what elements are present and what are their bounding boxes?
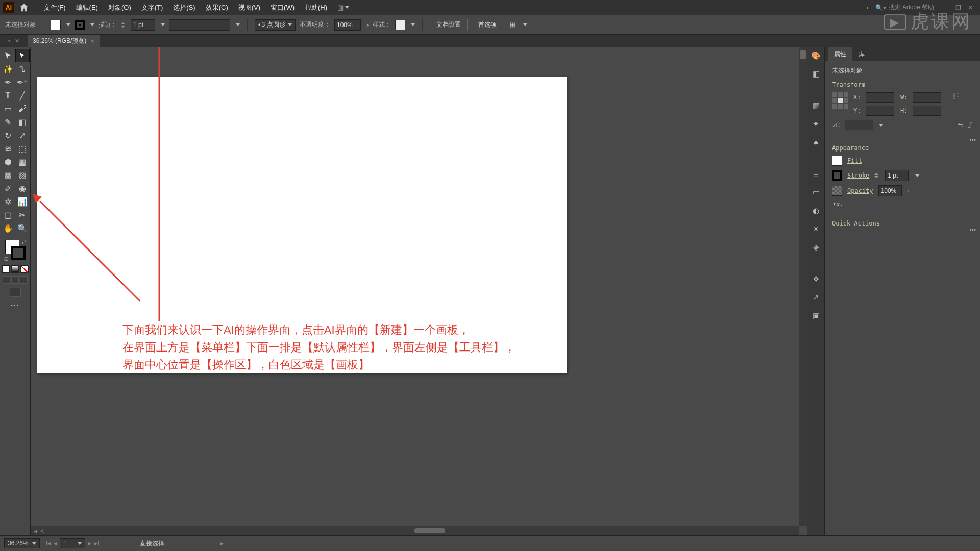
swap-fill-stroke-icon[interactable]: ⇄ — [22, 239, 27, 245]
stroke-weight-field[interactable]: 1 pt — [131, 19, 155, 31]
y-field[interactable] — [866, 106, 894, 116]
fill-label[interactable]: Fill — [847, 157, 862, 164]
stroke-weight-dropdown-icon[interactable] — [161, 23, 165, 26]
zoom-tool[interactable]: 🔍 — [15, 221, 30, 235]
stroke-swatch-panel[interactable] — [832, 170, 842, 181]
scale-tool[interactable]: ⤢ — [15, 129, 30, 142]
menu-type[interactable]: 文字(T) — [136, 1, 168, 14]
canvas-area[interactable]: ➤ 下面我们来认识一下AI的操作界面，点击AI界面的【新建】一个画板， 在界面上… — [31, 47, 807, 535]
eyedropper-tool[interactable]: ✐ — [1, 182, 15, 195]
x-field[interactable] — [866, 92, 894, 103]
menu-help[interactable]: 帮助(H) — [300, 1, 332, 14]
color-panel-icon[interactable]: 🎨 — [811, 50, 822, 61]
symbol-sprayer-tool[interactable]: ✲ — [1, 195, 15, 208]
menu-edit[interactable]: 编辑(E) — [71, 1, 103, 14]
symbols-panel-icon[interactable]: ♣ — [811, 137, 822, 148]
transform-options-icon[interactable]: ••• — [969, 137, 976, 144]
asset-export-panel-icon[interactable]: ↗ — [811, 292, 822, 303]
artboard-tool[interactable]: ▢ — [1, 208, 15, 221]
stroke-weight-panel[interactable]: 1 pt — [885, 170, 909, 181]
arrange-documents-icon[interactable]: ▥ — [337, 4, 347, 11]
draw-normal[interactable] — [3, 276, 10, 284]
menu-window[interactable]: 窗口(W) — [265, 1, 300, 14]
menu-select[interactable]: 选择(S) — [168, 1, 200, 14]
last-artboard-icon[interactable]: ▸I — [94, 540, 99, 547]
perspective-tool[interactable]: ▦ — [15, 155, 30, 168]
document-tab[interactable]: 36.26% (RGB/预览) × — [28, 35, 100, 47]
stroke-color-well[interactable] — [75, 20, 85, 30]
fx-label[interactable]: fx. — [832, 201, 843, 208]
shaper-tool[interactable]: ✎ — [1, 115, 15, 129]
prev-artboard-icon[interactable]: ◂ — [54, 540, 57, 547]
artboard[interactable]: 下面我们来认识一下AI的操作界面，点击AI界面的【新建】一个画板， 在界面上方是… — [37, 77, 567, 373]
type-tool[interactable]: T — [1, 89, 15, 102]
mesh-tool[interactable]: ▩ — [1, 168, 15, 182]
brushes-panel-icon[interactable]: ✦ — [811, 118, 822, 130]
draw-behind[interactable] — [11, 276, 19, 284]
home-icon[interactable] — [18, 2, 30, 13]
stroke-panel-icon[interactable]: ≡ — [811, 168, 822, 180]
opacity-label-panel[interactable]: Opacity — [847, 187, 873, 194]
next-artboard-icon[interactable]: ▸ — [88, 540, 91, 547]
lasso-tool[interactable]: ᔐ — [15, 62, 30, 76]
opacity-arrow-icon[interactable]: › — [366, 21, 369, 29]
color-guide-panel-icon[interactable]: ◧ — [811, 68, 822, 80]
layers-panel-icon[interactable]: ❖ — [811, 273, 822, 285]
menu-effect[interactable]: 效果(C) — [201, 1, 233, 14]
blend-tool[interactable]: ◉ — [15, 182, 30, 195]
h-field[interactable] — [913, 106, 941, 116]
appearance-options-icon[interactable]: ••• — [969, 227, 976, 234]
close-tab-icon[interactable]: × — [90, 37, 94, 45]
vw-dropdown-icon[interactable] — [236, 23, 240, 26]
selection-tool[interactable] — [1, 49, 15, 62]
slice-tool[interactable]: ✂ — [15, 208, 30, 221]
flip-horizontal-icon[interactable]: ⇋ — [958, 121, 963, 129]
screen-mode-icon[interactable]: ▭ — [862, 4, 871, 11]
rectangle-tool[interactable]: ▭ — [1, 102, 15, 115]
stroke-label-panel[interactable]: Stroke — [847, 172, 869, 179]
style-dropdown-icon[interactable] — [411, 23, 415, 26]
curvature-tool[interactable]: ✒⁺ — [15, 76, 30, 89]
status-play-icon[interactable]: ▸ — [220, 540, 224, 547]
screen-mode-tool[interactable] — [10, 288, 21, 297]
shape-builder-tool[interactable]: ⬢ — [1, 155, 15, 168]
free-transform-tool[interactable]: ⬚ — [15, 142, 30, 155]
direct-selection-tool[interactable] — [15, 49, 30, 62]
opacity-value-panel[interactable]: 100% — [878, 185, 902, 196]
tab-expand-icon[interactable]: « ✕ — [7, 38, 28, 44]
gradient-panel-icon[interactable]: ▭ — [811, 187, 822, 198]
stroke-stepper[interactable] — [121, 22, 125, 28]
stroke-swatch[interactable] — [11, 246, 26, 260]
tab-libraries[interactable]: 库 — [852, 47, 871, 61]
transparency-panel-icon[interactable]: ◐ — [811, 205, 822, 216]
color-mode-none[interactable] — [20, 265, 28, 273]
pen-tool[interactable]: ✒ — [1, 76, 15, 89]
preferences-button[interactable]: 首选项 — [472, 19, 503, 31]
horizontal-scrollbar[interactable]: ◂ < — [31, 526, 799, 535]
constrain-proportions-icon[interactable]: ⛓ — [952, 92, 960, 101]
search-help[interactable]: 🔍▾ 搜索 Adobe 帮助 — [875, 3, 934, 12]
line-tool[interactable]: ╱ — [15, 89, 30, 102]
zoom-field[interactable]: 36.26% — [4, 538, 40, 548]
paintbrush-tool[interactable]: 🖌 — [15, 102, 30, 115]
gradient-tool[interactable]: ▨ — [15, 168, 30, 182]
graph-tool[interactable]: 📊 — [15, 195, 30, 208]
fill-dropdown-icon[interactable] — [66, 23, 70, 26]
stroke-stepper-panel[interactable] — [874, 173, 878, 178]
color-mode-solid[interactable] — [2, 265, 10, 273]
restore-icon[interactable]: ❐ — [954, 4, 962, 11]
default-fill-stroke-icon[interactable]: ◱ — [4, 256, 9, 261]
fill-color-well[interactable] — [51, 20, 61, 30]
angle-field[interactable] — [845, 120, 873, 130]
minimize-icon[interactable]: — — [942, 4, 949, 11]
magic-wand-tool[interactable]: ✨ — [1, 62, 15, 76]
menu-file[interactable]: 文件(F) — [39, 1, 71, 14]
align-icon[interactable]: ⊞ — [507, 20, 518, 30]
appearance-panel-icon[interactable]: ☀ — [811, 223, 822, 235]
swatches-panel-icon[interactable]: ▦ — [811, 100, 822, 111]
vertical-scrollbar[interactable] — [799, 47, 807, 526]
edit-toolbar-icon[interactable]: ••• — [11, 302, 20, 308]
stroke-dropdown-icon[interactable] — [90, 23, 94, 26]
variable-width-profile[interactable] — [169, 19, 230, 31]
menu-view[interactable]: 视图(V) — [233, 1, 265, 14]
